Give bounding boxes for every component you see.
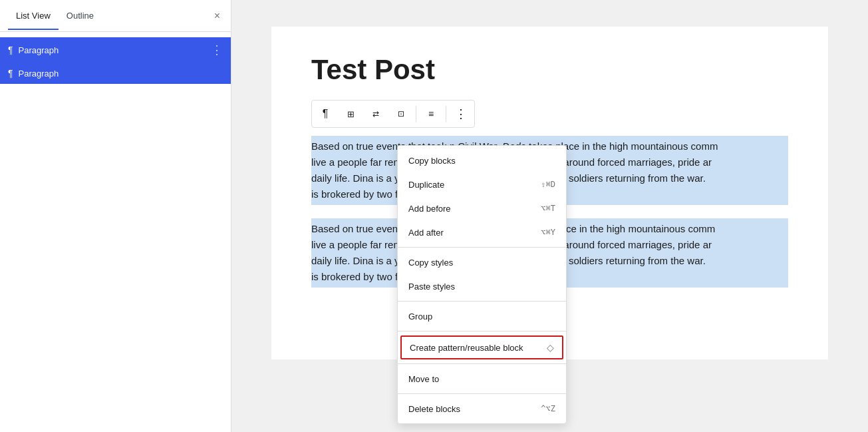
sidebar-item-paragraph-2[interactable]: ¶ Paragraph (0, 63, 231, 84)
copy-styles-label: Copy styles (408, 258, 453, 268)
add-before-shortcut: ⌥⌘T (541, 204, 555, 213)
delete-blocks-label: Delete blocks (408, 404, 460, 414)
context-menu-section-1: Copy blocks Duplicate ⇧⌘D Add before ⌥⌘T… (398, 146, 566, 248)
context-menu-section-3: Group (398, 302, 566, 331)
delete-blocks-shortcut: ^⌥Z (541, 404, 555, 413)
tab-list-view[interactable]: List View (8, 3, 59, 30)
add-after-label: Add after (408, 228, 444, 238)
sidebar: List View Outline × ¶ Paragraph ⋮ ¶ Para… (0, 0, 231, 432)
menu-item-group[interactable]: Group (398, 304, 566, 328)
toolbar-align-button[interactable]: ⊡ (389, 102, 413, 126)
menu-item-add-before[interactable]: Add before ⌥⌘T (398, 196, 566, 220)
post-title: Test Post (311, 53, 788, 87)
toolbar-divider-2 (446, 106, 446, 122)
toolbar-paragraph-button[interactable]: ¶ (313, 102, 337, 126)
menu-item-move-to[interactable]: Move to (398, 367, 566, 391)
toolbar-more-align-button[interactable]: ≡ (419, 102, 443, 126)
paste-styles-label: Paste styles (408, 282, 455, 292)
menu-item-paste-styles[interactable]: Paste styles (398, 274, 566, 298)
menu-item-copy-styles[interactable]: Copy styles (398, 250, 566, 274)
paragraph-icon-1: ¶ (8, 45, 13, 55)
context-menu-section-2: Copy styles Paste styles (398, 248, 566, 302)
add-after-shortcut: ⌥⌘Y (541, 228, 555, 237)
sidebar-item-label-2: Paragraph (19, 69, 59, 79)
group-label: Group (408, 312, 432, 322)
toolbar-divider (416, 106, 416, 122)
tab-outline[interactable]: Outline (59, 3, 102, 30)
menu-item-copy-blocks[interactable]: Copy blocks (398, 148, 566, 172)
menu-item-duplicate[interactable]: Duplicate ⇧⌘D (398, 172, 566, 196)
create-pattern-label: Create pattern/reusable block (410, 343, 523, 353)
sidebar-items-list: ¶ Paragraph ⋮ ¶ Paragraph (0, 32, 231, 89)
toolbar-options-button[interactable]: ⋮ (449, 102, 473, 126)
copy-blocks-label: Copy blocks (408, 156, 456, 166)
sidebar-close-button[interactable]: × (212, 8, 223, 24)
pattern-icon: ◇ (547, 342, 554, 353)
context-menu: Copy blocks Duplicate ⇧⌘D Add before ⌥⌘T… (397, 145, 567, 424)
sidebar-item-label-1: Paragraph (19, 45, 59, 55)
toolbar-link-button[interactable]: ⊞ (339, 102, 362, 126)
sidebar-tabs: List View Outline × (0, 0, 231, 32)
context-menu-section-5: Move to (398, 364, 566, 394)
menu-item-create-pattern[interactable]: Create pattern/reusable block ◇ (400, 335, 563, 359)
duplicate-shortcut: ⇧⌘D (541, 180, 555, 189)
sidebar-item-paragraph-1[interactable]: ¶ Paragraph ⋮ (0, 37, 231, 63)
paragraph-icon-2: ¶ (8, 68, 13, 79)
menu-item-delete-blocks[interactable]: Delete blocks ^⌥Z (398, 397, 566, 421)
menu-item-add-after[interactable]: Add after ⌥⌘Y (398, 220, 566, 244)
duplicate-label: Duplicate (408, 180, 444, 190)
toolbar-transform-button[interactable]: ⇄ (364, 102, 388, 126)
context-menu-section-4: Create pattern/reusable block ◇ (398, 331, 566, 364)
more-options-icon-1[interactable]: ⋮ (211, 43, 223, 57)
move-to-label: Move to (408, 374, 439, 384)
add-before-label: Add before (408, 204, 451, 214)
context-menu-section-6: Delete blocks ^⌥Z (398, 394, 566, 423)
block-toolbar: ¶ ⊞ ⇄ ⊡ ≡ ⋮ (311, 100, 475, 128)
